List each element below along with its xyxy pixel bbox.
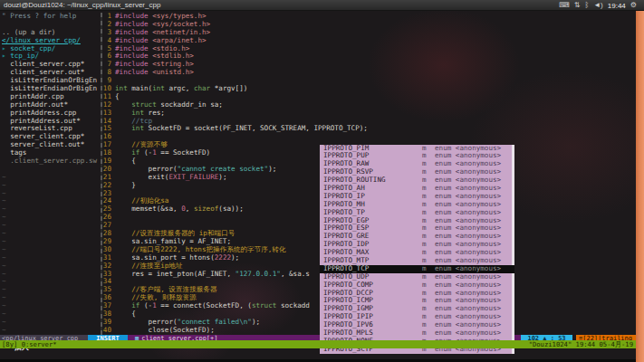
empty-line-tilde: ~ (2, 174, 100, 182)
tmux-host-datetime: "Douzi1024" 19:44 05-4月-19 (529, 340, 633, 348)
code-line: 7#include <string.h> (102, 61, 636, 69)
code-line: 2#include <sys/socket.h> (102, 21, 636, 29)
completion-word: IPPROTO_MTP (320, 256, 369, 264)
bluetooth-icon[interactable]: ᛒ (584, 1, 589, 9)
tree-item[interactable]: printAddress.out* (2, 118, 100, 126)
clock[interactable]: 19:44 (608, 2, 626, 10)
volume-icon[interactable]: ◄) (593, 1, 603, 9)
tree-item[interactable]: reverseList.cpp (2, 125, 100, 133)
tree-expand-icon[interactable]: ▸ (2, 45, 10, 52)
code-text: } (115, 182, 136, 190)
empty-line-tilde: ~ (2, 302, 100, 310)
code-line: 3#include <netinet/in.h> (102, 29, 636, 37)
completion-word: IPPROTO_IPV6 (320, 320, 373, 329)
code-text: exit(EXIT_FAILURE); (115, 174, 226, 182)
completion-word: IPPROTO_IPIP (320, 312, 373, 320)
code-line: 9 (102, 77, 636, 85)
completion-word: IPPROTO_IP (320, 192, 365, 200)
terminal-window[interactable]: " Press ? for help.. (up a dir)</linux_s… (0, 11, 636, 359)
tree-item[interactable]: " Press ? for help (2, 13, 100, 21)
code-line: 11{ (102, 93, 636, 101)
empty-line-tilde: ~ (2, 278, 100, 286)
code-line: 5#include <stdio.h> (102, 45, 636, 53)
tree-item[interactable]: client_server.cpp* (2, 61, 100, 69)
code-line: 14 //tcp (102, 118, 636, 126)
tmux-session-window[interactable]: [8y] 0:server* (2, 340, 57, 348)
completion-word: IPPROTO_GRE (320, 232, 369, 240)
code-text: #include <string.h> (115, 61, 194, 69)
code-text: { (115, 310, 136, 319)
line-number: 30 (102, 246, 115, 254)
code-text: int SocketFD = socket(PF_INET, SOCK_STRE… (115, 125, 368, 133)
line-number: 12 (102, 101, 115, 110)
line-number: 18 (102, 149, 115, 157)
code-text: #include <sys/types.h> (115, 13, 207, 21)
tree-item[interactable]: .client_server.cpp.sw (2, 157, 100, 166)
code-text: #include <netinet/in.h> (115, 29, 210, 37)
network-arrows-icon[interactable]: ⇅ (574, 1, 581, 9)
code-text: #include <stdio.h> (115, 45, 189, 53)
line-number: 9 (102, 77, 115, 85)
line-number: 13 (102, 110, 115, 118)
tree-item[interactable]: client_server.out* (2, 69, 100, 77)
code-text: struct sockaddr_in sa; (115, 101, 223, 110)
nerdtree-sidebar[interactable]: " Press ? for help.. (up a dir)</linux_s… (2, 13, 100, 335)
line-number: 14 (102, 118, 115, 126)
line-number: 1 (102, 13, 115, 21)
tree-item[interactable]: printAddr.cpp (2, 93, 100, 101)
tree-item-dir[interactable]: ▸ tcp_ip/ (2, 52, 100, 61)
tree-item-dir[interactable]: ▸ socket_cpp/ (2, 45, 100, 53)
tree-item[interactable]: isLitterEndianOrBigEn (2, 85, 100, 93)
code-text: //连接至ip地址 (115, 262, 183, 271)
line-number: 32 (102, 262, 115, 271)
code-text: int main(int argc, char *argv[]) (115, 85, 247, 93)
line-number: 15 (102, 125, 115, 133)
empty-line-tilde: ~ (2, 271, 100, 279)
tree-item (2, 21, 100, 29)
tree-item[interactable]: printAddr.out* (2, 101, 100, 110)
line-number: 2 (102, 21, 115, 29)
code-text: memset(&sa, 0, sizeof(sa)); (115, 205, 244, 214)
line-number: 3 (102, 29, 115, 37)
tree-item[interactable]: .. (up a dir) (2, 29, 100, 37)
completion-word: IPPROTO_PUP (320, 151, 369, 159)
code-line: 13 int res; (102, 110, 636, 118)
keyboard-icon[interactable]: ⌨ (559, 1, 570, 9)
line-number: 38 (102, 310, 115, 319)
taskbar-window-title[interactable]: douzi@Douzi1024: ~/linux_cpp/linux_serve… (0, 0, 160, 11)
empty-line-tilde: ~ (2, 262, 100, 271)
line-number: 27 (102, 222, 115, 230)
line-number: 33 (102, 271, 115, 279)
line-number: 26 (102, 214, 115, 222)
code-text: { (115, 93, 120, 101)
code-text: #include <unistd.h> (115, 69, 194, 77)
completion-word: IPPROTO_UDP (320, 272, 369, 281)
tree-expand-icon[interactable]: ▸ (2, 52, 10, 60)
code-line: 6#include <stdlib.h> (102, 52, 636, 61)
tree-item[interactable]: tags (2, 149, 100, 157)
line-number: 22 (102, 182, 115, 190)
line-number: 40 (102, 327, 115, 335)
tree-item[interactable]: printAddress.cpp (2, 110, 100, 118)
line-number: 23 (102, 190, 115, 198)
tree-item[interactable]: isLitterEndianOrBigEn (2, 77, 100, 85)
tree-root[interactable]: </linux_server_cpp/ (2, 37, 100, 45)
completion-word: IPPROTO_RSVP (320, 167, 373, 176)
empty-line-tilde: ~ (2, 230, 100, 238)
tree-item[interactable]: server_client.out* (2, 141, 100, 149)
code-text: //设置连接服务器的 ip和端口号 (115, 230, 235, 238)
completion-word: IPPROTO_IGMP (320, 304, 373, 312)
completion-word: IPPROTO_MPLS (320, 329, 373, 337)
completion-popup[interactable]: IPPROTO_PIMmenum <anonymous>IPPROTO_PUPm… (320, 145, 514, 354)
empty-line-tilde: ~ (2, 238, 100, 246)
empty-line-tilde: ~ (2, 327, 100, 335)
power-icon[interactable]: ⚙ (630, 0, 637, 11)
line-number: 29 (102, 238, 115, 246)
code-line: 10int main(int argc, char *argv[]) (102, 85, 636, 93)
tree-item[interactable]: server_client.cpp* (2, 133, 100, 141)
terminal-scrollbar-strip[interactable] (636, 11, 644, 362)
line-number: 11 (102, 93, 115, 101)
line-number: 5 (102, 45, 115, 53)
line-number: 16 (102, 133, 115, 141)
completion-word: IPPROTO_IDP (320, 240, 369, 248)
